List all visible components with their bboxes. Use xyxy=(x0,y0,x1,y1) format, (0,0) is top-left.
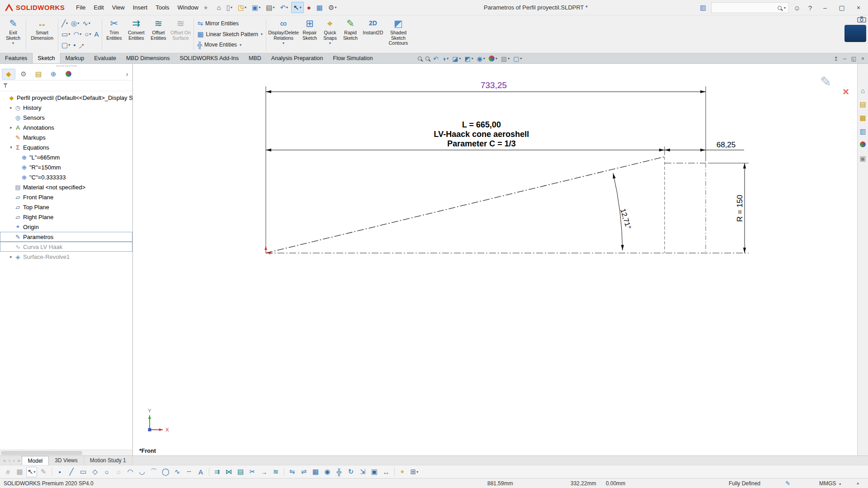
dimension-text-total[interactable]: 733,25 xyxy=(481,80,507,90)
move-entities-button-dropdown[interactable]: ▾ xyxy=(240,43,241,47)
zoom-to-area-icon[interactable] xyxy=(425,56,429,61)
shaded-sketch-contours-button[interactable]: ◩Shaded Sketch Contours xyxy=(385,16,411,52)
menu-insert[interactable]: Insert xyxy=(129,2,152,13)
tab-analysis-preparation[interactable]: Analysis Preparation xyxy=(266,53,328,63)
expand-arrow-icon[interactable]: ▸ xyxy=(8,105,14,110)
tree-item-r-150mm[interactable]: ⊕"R"=150mm xyxy=(0,162,132,172)
welcome-dialog-icon[interactable]: ▥ xyxy=(698,4,708,12)
tree-item-equations[interactable]: ▾ΣEquations xyxy=(0,142,132,152)
spline-tool-dropdown[interactable]: ▾ xyxy=(89,21,90,25)
arc-tool-dropdown[interactable]: ▾ xyxy=(80,32,81,36)
panel-splitter-handle[interactable] xyxy=(0,64,132,68)
arc-tool-button[interactable]: ◠▾ xyxy=(72,29,82,39)
move-entities-icon[interactable]: ╬ xyxy=(334,467,344,477)
units-dropdown-icon[interactable]: ▾ xyxy=(839,482,841,486)
note-line-2[interactable]: LV-Haack cone aeroshell xyxy=(434,130,529,139)
tangent-arc-tool-icon[interactable]: ◡ xyxy=(137,467,147,477)
statusbar-expand-icon[interactable]: ▴ xyxy=(857,480,859,485)
restore-button[interactable]: ▢ xyxy=(835,2,849,14)
ellipse-tool-dropdown[interactable]: ▾ xyxy=(89,32,91,36)
quick-snaps-button-dropdown[interactable]: ▾ xyxy=(329,41,331,45)
screen-capture-icon[interactable] xyxy=(857,16,866,23)
doc-nav-icon-1[interactable]: ‹ xyxy=(7,458,12,463)
centerpoint-arc-tool-icon[interactable]: ◠ xyxy=(125,467,136,477)
options-gear-icon[interactable]: ⚙▾ xyxy=(326,2,339,13)
search-icon[interactable] xyxy=(778,6,782,10)
xpress-products-icon[interactable]: ▦ xyxy=(314,2,325,13)
file-explorer-icon[interactable]: ▦ xyxy=(859,114,866,121)
move-entities-button[interactable]: ╬Move Entities▾ xyxy=(197,40,263,50)
point-tool-button[interactable]: • xyxy=(72,40,76,50)
dimension-text-angle[interactable]: 12,71° xyxy=(619,208,632,230)
tree-item-c-0-333333[interactable]: ⊕"C"=0.333333 xyxy=(0,172,132,182)
scrollbar-thumb[interactable] xyxy=(1,451,82,455)
exit-sketch-button[interactable]: ✎Exit Sketch▾ xyxy=(2,16,24,52)
ellipse-tool-button[interactable]: ○▾ xyxy=(84,29,92,39)
doc-tab-model[interactable]: Model xyxy=(22,456,49,465)
menu-tools[interactable]: Tools xyxy=(151,2,173,13)
tree-item-origin[interactable]: ⌖Origin xyxy=(0,222,132,232)
edit-appearance-icon[interactable]: ▾ xyxy=(489,56,497,61)
dimension-text-aft[interactable]: 68,25 xyxy=(717,141,736,149)
exit-sketch-button-dropdown[interactable]: ▾ xyxy=(12,41,14,45)
help-icon[interactable]: ? xyxy=(805,4,815,12)
doc-nav-icon-2[interactable]: › xyxy=(12,458,16,463)
line-tool-dropdown[interactable]: ▾ xyxy=(66,21,68,25)
doc-tab-motion-study-1[interactable]: Motion Study 1 xyxy=(84,456,132,465)
stretch-entities-icon[interactable]: ↔ xyxy=(381,467,392,477)
cancel-sketch-icon[interactable]: × xyxy=(843,87,849,96)
sketch-tool-icon[interactable]: ✎ xyxy=(38,467,49,477)
mirror-entities-button[interactable]: ⇋Mirror Entities xyxy=(197,19,263,28)
display-style-icon[interactable]: ◩▾ xyxy=(464,55,473,62)
doc-nav-icon-0[interactable]: « xyxy=(2,458,7,463)
convert-entities-icon[interactable]: ⇉ xyxy=(212,467,222,477)
line-tool-icon[interactable]: ╱ xyxy=(66,467,77,477)
spline-tool-button[interactable]: ∿▾ xyxy=(81,18,91,28)
select-arrow-icon-dropdown[interactable]: ▾ xyxy=(300,5,302,9)
menu-window[interactable]: Window xyxy=(174,2,203,13)
trim-entities-button[interactable]: ✂Trim Entities xyxy=(104,16,124,52)
custom-properties-icon[interactable]: ▣ xyxy=(859,155,866,162)
centerline-tool-icon[interactable]: ╌ xyxy=(184,467,194,477)
section-view-icon[interactable]: ◑▾ xyxy=(442,55,448,62)
close-button[interactable]: × xyxy=(852,2,865,14)
text-tool-button[interactable]: A xyxy=(93,29,99,39)
cone-hypotenuse-line[interactable] xyxy=(266,157,665,253)
quick-snaps-button[interactable]: ⌖Quick Snaps▾ xyxy=(320,16,340,52)
tree-item-parametros[interactable]: ✎Parametros xyxy=(0,232,132,242)
previous-view-icon[interactable]: ↶ xyxy=(433,55,439,62)
hide-show-items-icon[interactable]: ◉▾ xyxy=(477,55,485,62)
view-settings-icon[interactable]: ▢▾ xyxy=(513,55,522,62)
resources-icon[interactable]: ⌂ xyxy=(861,87,865,94)
doc-nav-icon-3[interactable]: » xyxy=(16,458,21,463)
text-tool-icon[interactable]: A xyxy=(196,467,206,477)
tree-item-markups[interactable]: ✎Markups xyxy=(0,132,132,142)
design-library-icon[interactable]: ▤ xyxy=(859,101,866,108)
mirror-entities-icon[interactable]: ⇋ xyxy=(287,467,297,477)
circle-tool-dropdown[interactable]: ▾ xyxy=(77,21,79,25)
open-icon-dropdown[interactable]: ▾ xyxy=(245,5,246,9)
open-icon[interactable]: ◳▾ xyxy=(236,2,249,13)
linear-sketch-pattern-button-dropdown[interactable]: ▾ xyxy=(261,32,263,36)
line-tool-button[interactable]: ╱▾ xyxy=(61,18,69,28)
smart-dimension-button[interactable]: ↔Smart Dimension xyxy=(28,16,57,52)
view-orientation-icon[interactable]: ◪▾ xyxy=(452,55,461,62)
print-icon[interactable]: ▤▾ xyxy=(264,2,277,13)
displaymanager-tab[interactable] xyxy=(61,69,75,80)
tree-item-front-plane[interactable]: ▱Front Plane xyxy=(0,192,132,202)
graphics-area[interactable]: 733,25 L = 665,00 LV-Haack cone aeroshel… xyxy=(133,64,857,455)
dynamic-mirror-icon[interactable]: ⇌ xyxy=(299,467,309,477)
instant2d-button[interactable]: 2DInstant2D xyxy=(361,16,385,52)
trim-entities-icon[interactable]: ✂ xyxy=(247,467,258,477)
fillet-tool-button[interactable]: ◞▾ xyxy=(78,40,85,50)
dimxpertmanager-tab[interactable]: ⊕ xyxy=(47,69,60,80)
offset-entities-button[interactable]: ≋Offset Entities xyxy=(148,16,169,52)
save-icon-dropdown[interactable]: ▾ xyxy=(259,5,260,9)
search-dropdown-icon[interactable]: ▾ xyxy=(784,6,786,10)
minimize-button[interactable]: – xyxy=(818,2,832,14)
print-icon-dropdown[interactable]: ▾ xyxy=(273,5,274,9)
zoom-to-fit-icon[interactable] xyxy=(418,56,422,61)
rectangle-tool-dropdown[interactable]: ▾ xyxy=(68,32,70,36)
doc-close-icon[interactable]: × xyxy=(861,56,864,62)
view-palette-icon[interactable]: ▥ xyxy=(859,128,866,135)
